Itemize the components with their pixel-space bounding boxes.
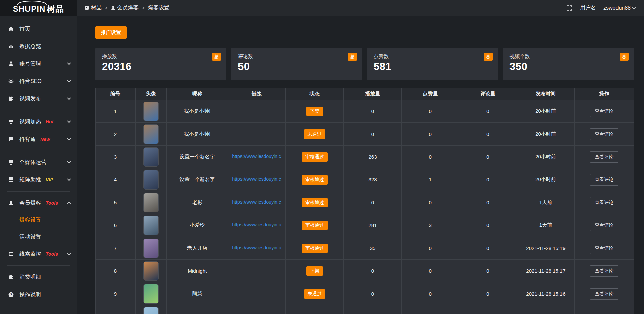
view-comments-button[interactable]: 查看评论 [590,243,618,254]
sidebar-subitem-label: 活动设置 [19,233,41,241]
comments-count: 0 [459,214,517,237]
username-label: 用户名： [580,4,601,11]
column-header-no: 编号 [96,88,136,100]
sidebar-subitem-activity-settings[interactable]: 活动设置 [0,228,77,245]
view-comments-button[interactable]: 查看评论 [590,197,618,208]
breadcrumb-label: 爆客设置 [148,4,169,11]
sidebar-item-label: 会员爆客 [19,200,41,207]
nickname [166,305,228,314]
table-row: 4设置一个新名字https://www.iesdouyin.c审核通过32810… [96,168,634,191]
view-comments-button[interactable]: 查看评论 [590,288,618,300]
sidebar-item-lead-monitoring[interactable]: 线索监控 Tools [0,245,77,263]
chevron-up-icon [67,202,71,205]
username-value: zswodun88 [603,5,631,11]
breadcrumb-current: 爆客设置 [148,4,169,11]
sidebar-item-label: 账号管理 [19,60,41,67]
sidebar-subitem-baoke-settings[interactable]: 爆客设置 [0,212,77,228]
sidebar-item-home[interactable]: 首页 [0,20,77,38]
likes-count: 0 [402,191,459,214]
view-comments-button[interactable]: 查看评论 [590,128,618,140]
stat-value: 50 [238,61,356,73]
nickname: 设置一个新名字 [166,168,228,191]
stat-card-videos: 视频个数 350 总 [503,48,634,80]
status-badge: 未通过 [304,289,325,299]
view-comments-button[interactable]: 查看评论 [590,174,618,186]
row-no: 7 [96,237,136,260]
breadcrumb-home[interactable]: 树品 [85,4,102,11]
video-link[interactable]: https://www.iesdouyin.c [232,176,281,182]
total-badge: 总 [484,53,493,61]
column-header-link: 链接 [228,88,285,100]
row-no: 4 [96,168,136,191]
comments-count: 0 [459,260,517,282]
view-comments-button[interactable]: 查看评论 [590,106,618,117]
nickname: 老人开店 [166,237,228,260]
sidebar-item-member-baoke[interactable]: 会员爆客 Tools [0,194,77,212]
row-no [96,305,136,314]
stat-card-likes: 点赞数 581 总 [367,48,498,80]
view-comments-button[interactable]: 查看评论 [590,151,618,163]
topbar-right: 用户名：zswodun88 [567,4,644,11]
avatar [143,261,159,281]
likes-count: 0 [402,123,459,146]
view-comments-button[interactable]: 查看评论 [590,220,618,231]
nickname: 设置一个新名字 [166,146,228,168]
chevron-down-icon [67,61,71,65]
wallet-icon [8,274,14,280]
video-camera-icon [8,96,14,101]
promotion-settings-button[interactable]: 推广设置 [95,26,127,39]
sidebar-item-account-management[interactable]: 账号管理 [0,55,77,72]
comments-count [459,305,517,314]
sidebar-item-label: 操作说明 [19,291,41,298]
video-link[interactable]: https://www.iesdouyin.c [232,199,281,205]
sidebar-item-video-heating[interactable]: 视频加热 Hot [0,113,77,130]
publish-time [517,305,575,314]
sidebar-item-operation-guide[interactable]: ? 操作说明 [0,286,77,303]
plays-count: 0 [343,100,401,123]
status-badge: 下架 [306,107,323,116]
sidebar-item-label: 数据总览 [19,43,41,50]
column-header-plays: 播放量 [343,88,401,100]
nickname: 小爱玲 [166,214,228,237]
stat-value: 581 [374,61,491,73]
stat-label: 视频个数 [509,53,627,60]
chevron-down-icon [67,251,71,255]
home-icon [8,26,14,32]
video-link[interactable]: https://www.iesdouyin.c [232,222,281,227]
sidebar-item-matrix-boost[interactable]: 矩阵助推 VIP [0,171,77,189]
sidebar-item-douyin-seo[interactable]: 抖音SEO [0,72,77,90]
sidebar-item-douketong[interactable]: 抖客通 New [0,130,77,148]
view-comments-button[interactable]: 查看评论 [590,265,618,277]
sidebar-item-data-overview[interactable]: 数据总览 [0,38,77,55]
plays-count: 0 [343,123,401,146]
comments-count: 0 [459,123,517,146]
total-badge: 总 [348,53,357,61]
nickname: 阿慧 [166,282,228,305]
total-badge: 总 [620,53,629,61]
breadcrumb-member[interactable]: 会员爆客 [111,4,139,11]
nickname: Midnight [166,260,228,282]
sidebar-item-video-publish[interactable]: 视频发布 [0,90,77,107]
user-menu[interactable]: 用户名：zswodun88 [580,4,635,11]
monitor-icon [8,160,14,165]
screen-plug-icon [8,119,14,124]
stat-card-comments: 评论数 50 总 [231,48,362,80]
video-link[interactable]: https://www.iesdouyin.c [232,154,281,159]
breadcrumb-label: 会员爆客 [117,4,139,11]
likes-count: 0 [402,100,459,123]
grid-icon [8,177,14,182]
table-row: 8Midnight下架0002021-11-28 15:17查看评论 [96,260,634,282]
vip-badge: VIP [46,177,53,182]
video-link[interactable]: https://www.iesdouyin.c [232,245,281,250]
chevron-down-icon [67,177,71,181]
sidebar-item-consumption-details[interactable]: 消费明细 [0,268,77,286]
publish-time: 20小时前 [517,146,575,168]
sidebar-item-omnimedia[interactable]: 全媒体运营 [0,154,77,171]
sidebar-item-label: 视频发布 [19,95,41,102]
stat-label: 点赞数 [374,53,491,60]
nickname: 老彬 [166,191,228,214]
fullscreen-icon[interactable] [567,5,572,11]
nickname: 我不是小帅! [166,123,228,146]
column-header-publish-time: 发布时间 [517,88,575,100]
videos-table: 编号 头像 昵称 链接 状态 播放量 点赞量 评论量 发布时间 操作 1我不是小… [95,88,634,314]
